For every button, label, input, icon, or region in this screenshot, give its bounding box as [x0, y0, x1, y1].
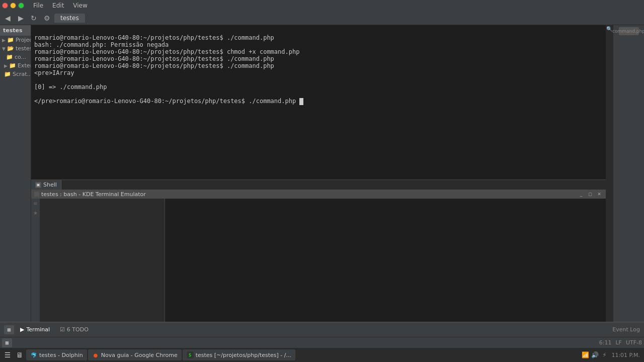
terminal-cursor — [299, 98, 303, 105]
taskbar-app-terminal-label: testes [~/projetos/php/testes] - /... — [196, 352, 291, 358]
event-log-link[interactable]: Event Log — [612, 326, 640, 333]
sidebar-item-label: Project — [16, 37, 31, 43]
menu-view[interactable]: View — [69, 1, 91, 10]
minimize-button[interactable] — [10, 3, 16, 9]
terminal-area: romario@romario-Lenovo-G40-80:~/projetos… — [31, 25, 606, 322]
toolbar-build-button[interactable]: ⚙ — [41, 13, 52, 24]
todo-tab-icon: ☑ — [60, 326, 65, 333]
window-controls — [2, 3, 24, 9]
taskbar-app-terminal[interactable]: $ testes [~/projetos/php/testes] - /... — [183, 349, 295, 360]
todo-tab-text: 6 TODO — [67, 326, 89, 333]
terminal-title-bar: testes : bash - KDE Terminal Emulator _ … — [31, 190, 606, 199]
right-panel: command.php — [613, 25, 644, 322]
terminal-tab-bar: ▣ Shell — [31, 179, 606, 190]
terminal-output[interactable]: romario@romario-Lenovo-G40-80:~/projetos… — [31, 25, 606, 179]
taskbar-right: 📶 🔊 ⚡ 11:01 P.M. — [581, 351, 642, 359]
sidebar-item-scratch[interactable]: 📁 Scrat... — [0, 70, 31, 78]
taskbar-app-dolphin[interactable]: 🐬 testes - Dolphin — [26, 349, 87, 360]
code-panel-left — [40, 199, 165, 322]
editor-gutter: ≡ ★ — [31, 199, 40, 322]
terminal-title-text: testes : bash - KDE Terminal Emulator — [41, 191, 146, 198]
terminal-line-1: romario@romario-Lenovo-G40-80:~/projetos… — [34, 34, 274, 41]
toolbar: ◀ ▶ ↻ ⚙ testes — [0, 11, 644, 25]
terminal-tab-shell[interactable]: ▣ Shell — [31, 180, 61, 190]
status-encoding: LF — [615, 339, 621, 346]
toolbar-back-button[interactable]: ◀ — [2, 13, 13, 24]
menu-edit[interactable]: Edit — [48, 1, 68, 10]
status-right: 6:11 LF UTF-8 — [599, 339, 642, 346]
terminal-line-2: bash: ./command.php: Permissão negada — [34, 41, 169, 48]
main-area: testes ▶ 📁 Project ▼ 📂 testes 📁 co... ▶ … — [0, 25, 644, 322]
arrow-icon: ▶ — [2, 38, 6, 43]
taskbar-start-icon[interactable]: ☰ — [2, 349, 13, 360]
terminal-restore-button[interactable]: ◻ — [587, 191, 594, 198]
toolbar-refresh-button[interactable]: ↻ — [28, 13, 39, 24]
editor-area: ≡ ★ — [31, 199, 606, 322]
taskbar-app-chrome[interactable]: ● Nova guia - Google Chrome — [88, 349, 182, 360]
terminal-line-5: romario@romario-Lenovo-G40-80:~/projetos… — [34, 62, 274, 69]
terminal-icon: $ — [187, 351, 194, 358]
folder-icon: 📁 — [6, 54, 13, 60]
close-button[interactable] — [2, 3, 8, 9]
terminal-line-4: romario@romario-Lenovo-G40-80:~/projetos… — [34, 55, 274, 62]
menu-file[interactable]: File — [29, 1, 47, 10]
chrome-icon: ● — [92, 351, 99, 358]
right-panel-file[interactable]: command.php — [619, 27, 639, 35]
folder-icon: 📁 — [9, 62, 16, 69]
code-editor-main[interactable] — [165, 199, 606, 322]
sidebar-item-project[interactable]: ▶ 📁 Project — [0, 36, 31, 44]
bottom-panel: ◼ ▶ Terminal ☑ 6 TODO Event Log — [0, 322, 644, 337]
status-left: ◼ — [2, 338, 12, 347]
gutter-icon-2[interactable]: ★ — [33, 210, 38, 216]
network-tray-icon[interactable]: 📶 — [581, 351, 589, 359]
maximize-button[interactable] — [18, 3, 24, 9]
folder-icon: 📁 — [7, 37, 14, 43]
taskbar-app-dolphin-label: testes - Dolphin — [39, 352, 83, 358]
volume-tray-icon[interactable]: 🔊 — [591, 351, 599, 359]
taskbar-app-chrome-label: Nova guia - Google Chrome — [101, 352, 178, 358]
terminal-window-icon — [34, 192, 39, 197]
scroll-search-icon[interactable]: 🔍 — [606, 25, 612, 33]
terminal-tab-text: Terminal — [26, 326, 50, 333]
terminal-title-controls: _ ◻ ✕ — [578, 191, 603, 198]
dolphin-icon: 🐬 — [30, 351, 37, 358]
menu-items: File Edit View — [29, 1, 92, 10]
taskbar-time: 11:01 P.M. — [611, 352, 640, 358]
sidebar-item-extern[interactable]: ▶ 📁 Extern — [0, 61, 31, 70]
status-left-btn[interactable]: ◼ — [2, 338, 12, 347]
sidebar-item-testes[interactable]: ▼ 📂 testes — [0, 44, 31, 53]
terminal-tab-label: Shell — [43, 182, 57, 188]
toolbar-tab[interactable]: testes — [54, 14, 85, 23]
bottom-left-btn[interactable]: ◼ — [4, 325, 14, 334]
terminal-tab-icon: ▶ — [20, 326, 24, 333]
terminal-line-3: romario@romario-Lenovo-G40-80:~/projetos… — [34, 48, 299, 55]
terminal-line-8: </pre>romario@romario-Lenovo-G40-80:~/pr… — [34, 98, 299, 105]
arrow-icon: ▼ — [2, 46, 6, 51]
bottom-tab-todo[interactable]: ☑ 6 TODO — [56, 324, 93, 335]
sidebar-header: testes — [0, 25, 31, 36]
sys-tray: 📶 🔊 ⚡ — [581, 351, 608, 359]
terminal-line-6: <pre>IArray — [34, 69, 74, 76]
sidebar-item-label: co... — [15, 54, 26, 60]
status-bar: ◼ 6:11 LF UTF-8 — [0, 337, 644, 348]
folder-icon: 📂 — [7, 45, 14, 52]
terminal-minimize-button[interactable]: _ — [578, 191, 585, 198]
editor-main — [40, 199, 606, 322]
battery-tray-icon[interactable]: ⚡ — [600, 351, 608, 359]
folder-icon: 📁 — [4, 71, 11, 77]
toolbar-forward-button[interactable]: ▶ — [15, 13, 26, 24]
menu-bar: File Edit View — [0, 0, 644, 11]
sidebar-item-label: testes — [16, 45, 31, 52]
sidebar-item-label: Extern — [18, 62, 31, 69]
terminal-line-7: [0] => ./command.php — [34, 83, 107, 90]
sidebar-item-co[interactable]: 📁 co... — [0, 53, 31, 61]
sidebar-item-label: Scrat... — [13, 71, 31, 77]
terminal-right-scrollbar: 🔍 — [606, 25, 613, 322]
taskbar: ☰ 🖥 🐬 testes - Dolphin ● Nova guia - Goo… — [0, 348, 644, 362]
terminal-close-button[interactable]: ✕ — [596, 191, 603, 198]
gutter-icon-1[interactable]: ≡ — [33, 201, 37, 206]
status-position: 6:11 — [599, 339, 612, 346]
taskbar-desktop-icon[interactable]: 🖥 — [14, 349, 25, 360]
shell-tab-icon: ▣ — [35, 182, 41, 188]
bottom-tab-terminal[interactable]: ▶ Terminal — [16, 324, 54, 335]
